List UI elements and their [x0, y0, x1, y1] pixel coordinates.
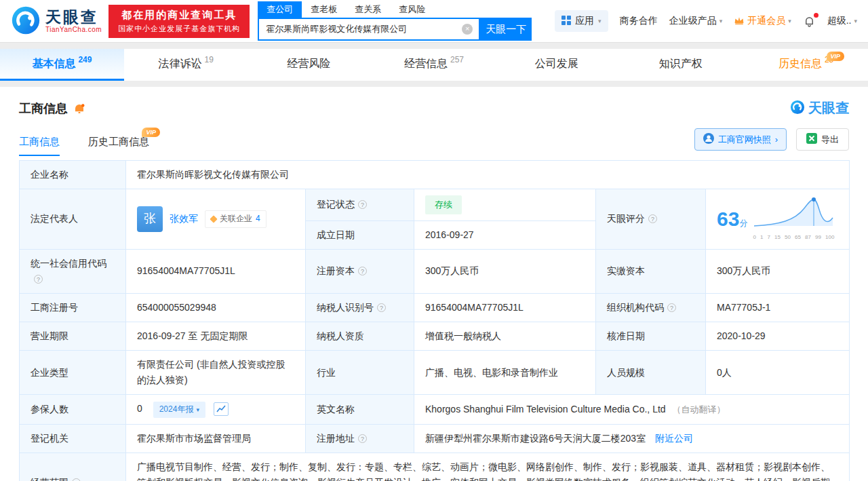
avatar[interactable]: 张	[137, 206, 163, 232]
official-snapshot-button[interactable]: 工商官网快照 ›	[694, 128, 787, 151]
business-info-table: 企业名称 霍尔果斯尚晖影视文化传媒有限公司 法定代表人 张 张效军 关联企业 4…	[19, 160, 850, 481]
tab-history-info[interactable]: 历史信息 23 VIP	[744, 49, 868, 81]
help-icon[interactable]: ?	[358, 267, 367, 275]
help-icon[interactable]: ?	[72, 478, 81, 481]
reg-status-label: 登记状态?	[306, 189, 414, 220]
topbar: 天眼查 TianYanCha.com 都在用的商业查询工具 国家中小企业发展子基…	[0, 0, 868, 42]
trend-chart-icon[interactable]	[214, 402, 229, 416]
industry-value: 广播、电视、电影和录音制作业	[414, 351, 596, 395]
chevron-down-icon: ▾	[854, 18, 857, 24]
subtab-business-info[interactable]: 工商信息	[19, 133, 60, 156]
paid-capital-label: 实缴资本	[596, 249, 706, 293]
search-tab-risk[interactable]: 查风险	[390, 1, 434, 18]
label-text: 经营范围	[31, 477, 68, 481]
search-button[interactable]: 天眼一下	[480, 18, 532, 41]
slogan-banner: 都在用的商业查询工具 国家中小企业发展子基金旗下机构	[108, 5, 250, 38]
address-cell: 新疆伊犁州霍尔果斯市建设路6号天润大厦二楼203室 附近公司	[414, 424, 850, 453]
org-code-label: 组织机构代码?	[596, 293, 706, 322]
menu-enterprise-products[interactable]: 企业级产品 ▾	[669, 15, 723, 27]
export-button[interactable]: 导出	[796, 128, 849, 151]
tianyancha-logo-icon	[11, 5, 41, 37]
annual-report-badge[interactable]: 2024年报 ▾	[153, 402, 205, 418]
arrow-right-icon: ›	[775, 134, 778, 145]
menu-open-vip[interactable]: 开通会员 ▾	[734, 15, 791, 27]
divider-strip	[0, 42, 868, 49]
table-row: 参保人数 0 2024年报 ▾ 英文名称 Khorgos Shanghui Fi…	[20, 395, 850, 425]
english-name-label: 英文名称	[306, 395, 414, 425]
tab-business-info[interactable]: 经营信息 257	[372, 49, 496, 81]
clear-icon[interactable]: ×	[462, 24, 473, 35]
credit-code-value: 91654004MA77705J1L	[126, 249, 306, 293]
table-row: 营业期限 2016-09-27 至 无固定期限 纳税人资质 增值税一般纳税人 核…	[20, 322, 850, 350]
legal-rep-link[interactable]: 张效军	[170, 211, 198, 227]
taxpayer-quality-label: 纳税人资质	[306, 322, 414, 350]
english-name-value: Khorgos Shanghui Film Television Culture…	[425, 404, 666, 415]
tab-operating-risk[interactable]: 经营风险	[248, 49, 372, 81]
help-icon[interactable]: ?	[358, 434, 367, 443]
subtab-history-business-info[interactable]: 历史工商信息 VIP	[88, 133, 149, 156]
label-text: 注册地址	[317, 433, 355, 444]
divider-strip	[0, 81, 868, 87]
help-icon[interactable]: ?	[648, 214, 657, 223]
related-companies-badge[interactable]: 关联企业 4	[205, 210, 267, 228]
chevron-down-icon: ▾	[719, 18, 723, 24]
monitor-alarm-icon[interactable]	[73, 102, 85, 115]
establish-date-label: 成立日期	[306, 220, 414, 249]
label-text: 统一社会信用代码	[31, 258, 106, 269]
watermark-text: 天眼查	[808, 99, 849, 117]
reg-number-value: 654000055029948	[126, 293, 306, 322]
auto-translate-note: （自动翻译）	[672, 404, 725, 415]
search-tab-company[interactable]: 查公司	[258, 1, 302, 18]
vip-badge: VIP	[827, 52, 845, 61]
staff-size-value: 0人	[706, 351, 850, 395]
help-icon[interactable]: ?	[377, 303, 386, 312]
approval-date-label: 核准日期	[596, 322, 706, 350]
tab-count: 19	[205, 55, 214, 64]
vip-badge: VIP	[142, 128, 160, 137]
menu-cooperation[interactable]: 商务合作	[620, 15, 658, 27]
address-label: 注册地址?	[306, 424, 414, 453]
table-row: 经营范围? 广播电视节目制作、经营、发行；制作、复制、发行：专题、专栏、综艺、动…	[20, 453, 850, 481]
tab-label: 历史信息	[778, 57, 822, 71]
section-header: 工商信息 天眼查	[0, 87, 868, 117]
tab-legal-lawsuits[interactable]: 法律诉讼 19	[124, 49, 248, 81]
english-name-cell: Khorgos Shanghui Film Television Culture…	[414, 395, 850, 425]
table-row: 工商注册号 654000055029948 纳税人识别号? 91654004MA…	[20, 293, 850, 322]
help-icon[interactable]: ?	[358, 200, 367, 209]
reg-number-label: 工商注册号	[20, 293, 126, 322]
company-nav-tabs: 基本信息 249 法律诉讼 19 经营风险 经营信息 257 公司发展 知识产权…	[0, 49, 868, 81]
table-row: 登记机关 霍尔果斯市市场监督管理局 注册地址? 新疆伊犁州霍尔果斯市建设路6号天…	[20, 424, 850, 453]
tab-company-development[interactable]: 公司发展	[496, 49, 620, 81]
nearby-companies-link[interactable]: 附近公司	[655, 433, 693, 444]
tab-label: 经营信息	[404, 57, 448, 71]
related-label: 关联企业	[220, 212, 252, 226]
related-icon	[210, 215, 217, 223]
watermark-logo-icon	[790, 100, 805, 117]
search-tab-boss[interactable]: 查老板	[302, 1, 346, 18]
search-row: × 天眼一下	[258, 18, 532, 41]
menu-super-vip[interactable]: 超级.. ▾	[827, 15, 857, 27]
super-vip-label: 超级..	[827, 15, 852, 27]
tab-intellectual-property[interactable]: 知识产权	[620, 49, 744, 81]
related-count: 4	[256, 212, 260, 226]
tab-basic-info[interactable]: 基本信息 249	[0, 49, 124, 81]
help-icon[interactable]: ?	[34, 275, 43, 284]
search-area: 查公司 查老板 查关系 查风险 × 天眼一下	[258, 1, 532, 41]
company-type-label: 企业类型	[20, 351, 126, 395]
reg-capital-label: 注册资本?	[306, 249, 414, 293]
tab-label: 知识产权	[659, 57, 703, 71]
help-icon[interactable]: ?	[667, 303, 676, 312]
score-value: 63分	[717, 209, 747, 229]
table-row: 企业名称 霍尔果斯尚晖影视文化传媒有限公司	[20, 161, 850, 189]
reg-status-value: 存续	[414, 189, 596, 220]
notification-dot	[814, 13, 818, 18]
search-tab-relation[interactable]: 查关系	[346, 1, 390, 18]
notification-bell-icon[interactable]	[803, 15, 816, 28]
tianyancha-logo[interactable]: 天眼查 TianYanCha.com	[11, 5, 102, 37]
label-text: 天眼评分	[607, 213, 645, 224]
apps-menu[interactable]: 应用 ▾	[555, 10, 608, 32]
search-tabs: 查公司 查老板 查关系 查风险	[258, 1, 532, 18]
crown-icon	[734, 16, 745, 27]
search-input[interactable]	[259, 24, 462, 35]
insured-count-cell: 0 2024年报 ▾	[126, 395, 306, 425]
